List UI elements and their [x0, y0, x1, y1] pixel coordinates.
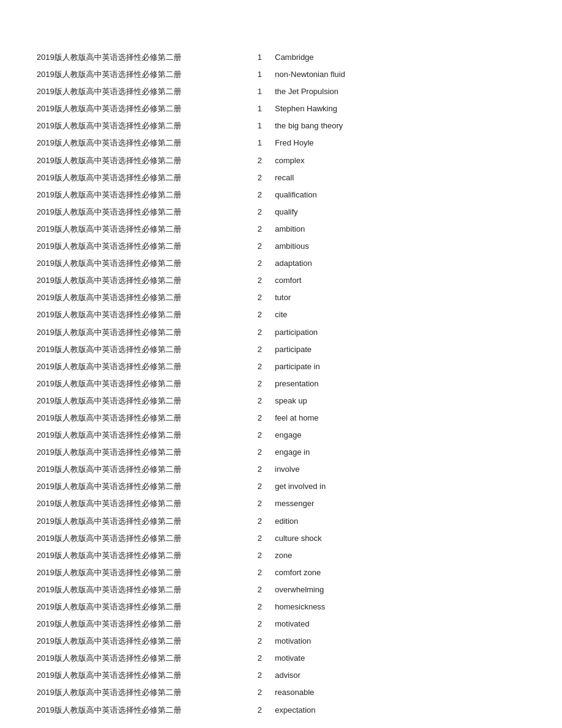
unit-cell: 2 [244, 669, 275, 682]
table-row: 2019版人教版高中英语选择性必修第二册2edition [37, 513, 525, 530]
unit-cell: 2 [244, 222, 275, 236]
table-row: 2019版人教版高中英语选择性必修第二册2cite [37, 306, 525, 323]
table-row: 2019版人教版高中英语选择性必修第二册2comfort zone [37, 564, 525, 581]
term-cell: Stephen Hawking [275, 102, 525, 116]
table-row: 2019版人教版高中英语选择性必修第二册2motivation [37, 633, 525, 650]
term-cell: expectation [275, 704, 525, 717]
term-cell: qualification [275, 188, 525, 202]
table-row: 2019版人教版高中英语选择性必修第二册2messenger [37, 495, 525, 512]
source-cell: 2019版人教版高中英语选择性必修第二册 [37, 394, 244, 408]
unit-cell: 2 [244, 515, 275, 528]
unit-cell: 2 [244, 566, 275, 579]
term-cell: complex [275, 154, 525, 167]
source-cell: 2019版人教版高中英语选择性必修第二册 [37, 428, 244, 442]
source-cell: 2019版人教版高中英语选择性必修第二册 [37, 119, 244, 133]
term-cell: ambitious [275, 240, 525, 253]
unit-cell: 2 [244, 154, 275, 167]
source-cell: 2019版人教版高中英语选择性必修第二册 [37, 240, 244, 253]
unit-cell: 2 [244, 171, 275, 185]
source-cell: 2019版人教版高中英语选择性必修第二册 [37, 600, 244, 614]
table-row: 2019版人教版高中英语选择性必修第二册2involve [37, 461, 525, 478]
term-cell: overwhelming [275, 583, 525, 597]
table-row: 2019版人教版高中英语选择性必修第二册2motivated [37, 616, 525, 633]
source-cell: 2019版人教版高中英语选择性必修第二册 [37, 171, 244, 185]
unit-cell: 2 [244, 463, 275, 476]
table-row: 2019版人教版高中英语选择性必修第二册2engage in [37, 444, 525, 461]
term-cell: advisor [275, 669, 525, 682]
table-row: 2019版人教版高中英语选择性必修第二册2participate in [37, 358, 525, 375]
table-row: 2019版人教版高中英语选择性必修第二册2ambitious [37, 238, 525, 255]
table-row: 2019版人教版高中英语选择性必修第二册2ambition [37, 221, 525, 238]
term-cell: participation [275, 326, 525, 339]
source-cell: 2019版人教版高中英语选择性必修第二册 [37, 257, 244, 270]
unit-cell: 2 [244, 308, 275, 322]
term-cell: engage in [275, 446, 525, 459]
term-cell: Cambridge [275, 51, 525, 64]
term-cell: motivation [275, 634, 525, 648]
term-cell: non-Newtonian fluid [275, 68, 525, 81]
source-cell: 2019版人教版高中英语选择性必修第二册 [37, 154, 244, 167]
table-row: 2019版人教版高中英语选择性必修第二册2speak up [37, 392, 525, 410]
term-cell: recall [275, 171, 525, 185]
unit-cell: 2 [244, 652, 275, 665]
table-row: 2019版人教版高中英语选择性必修第二册2recall [37, 169, 525, 186]
source-cell: 2019版人教版高中英语选择性必修第二册 [37, 669, 244, 682]
source-cell: 2019版人教版高中英语选择性必修第二册 [37, 704, 244, 717]
unit-cell: 2 [244, 274, 275, 287]
term-cell: ambition [275, 222, 525, 236]
source-cell: 2019版人教版高中英语选择性必修第二册 [37, 51, 244, 64]
unit-cell: 2 [244, 188, 275, 202]
source-cell: 2019版人教版高中英语选择性必修第二册 [37, 463, 244, 476]
term-cell: engage [275, 428, 525, 442]
source-cell: 2019版人教版高中英语选择性必修第二册 [37, 549, 244, 562]
table-row: 2019版人教版高中英语选择性必修第二册2overwhelming [37, 581, 525, 598]
unit-cell: 2 [244, 377, 275, 391]
source-cell: 2019版人教版高中英语选择性必修第二册 [37, 222, 244, 236]
table-row: 2019版人教版高中英语选择性必修第二册2complex [37, 152, 525, 169]
source-cell: 2019版人教版高中英语选择性必修第二册 [37, 343, 244, 356]
term-cell: messenger [275, 497, 525, 510]
table-row: 2019版人教版高中英语选择性必修第二册1Stephen Hawking [37, 100, 525, 117]
vocabulary-table: 2019版人教版高中英语选择性必修第二册1Cambridge2019版人教版高中… [37, 49, 525, 719]
term-cell: the big bang theory [275, 119, 525, 133]
source-cell: 2019版人教版高中英语选择性必修第二册 [37, 532, 244, 545]
source-cell: 2019版人教版高中英语选择性必修第二册 [37, 480, 244, 493]
term-cell: get involved in [275, 480, 525, 493]
table-row: 2019版人教版高中英语选择性必修第二册1the Jet Propulsion [37, 83, 525, 100]
source-cell: 2019版人教版高中英语选择性必修第二册 [37, 497, 244, 510]
source-cell: 2019版人教版高中英语选择性必修第二册 [37, 308, 244, 322]
table-row: 2019版人教版高中英语选择性必修第二册1Cambridge [37, 49, 525, 66]
unit-cell: 2 [244, 326, 275, 339]
table-row: 2019版人教版高中英语选择性必修第二册2zone [37, 547, 525, 564]
source-cell: 2019版人教版高中英语选择性必修第二册 [37, 205, 244, 219]
source-cell: 2019版人教版高中英语选择性必修第二册 [37, 566, 244, 579]
source-cell: 2019版人教版高中英语选择性必修第二册 [37, 291, 244, 304]
source-cell: 2019版人教版高中英语选择性必修第二册 [37, 188, 244, 202]
term-cell: qualify [275, 205, 525, 219]
unit-cell: 2 [244, 497, 275, 510]
unit-cell: 1 [244, 68, 275, 81]
unit-cell: 2 [244, 583, 275, 597]
unit-cell: 1 [244, 136, 275, 150]
source-cell: 2019版人教版高中英语选择性必修第二册 [37, 377, 244, 391]
unit-cell: 2 [244, 704, 275, 717]
unit-cell: 2 [244, 428, 275, 442]
table-row: 2019版人教版高中英语选择性必修第二册2engage [37, 427, 525, 444]
source-cell: 2019版人教版高中英语选择性必修第二册 [37, 411, 244, 425]
table-row: 2019版人教版高中英语选择性必修第二册2participate [37, 341, 525, 358]
term-cell: reasonable [275, 686, 525, 699]
source-cell: 2019版人教版高中英语选择性必修第二册 [37, 515, 244, 528]
unit-cell: 2 [244, 205, 275, 219]
source-cell: 2019版人教版高中英语选择性必修第二册 [37, 583, 244, 597]
table-row: 2019版人教版高中英语选择性必修第二册1Fred Hoyle [37, 134, 525, 152]
unit-cell: 2 [244, 360, 275, 373]
table-row: 2019版人教版高中英语选择性必修第二册2motivate [37, 650, 525, 667]
table-row: 2019版人教版高中英语选择性必修第二册2participation [37, 324, 525, 341]
unit-cell: 2 [244, 257, 275, 270]
term-cell: adaptation [275, 257, 525, 270]
source-cell: 2019版人教版高中英语选择性必修第二册 [37, 634, 244, 648]
source-cell: 2019版人教版高中英语选择性必修第二册 [37, 326, 244, 339]
term-cell: speak up [275, 394, 525, 408]
term-cell: tutor [275, 291, 525, 304]
table-row: 2019版人教版高中英语选择性必修第二册2advisor [37, 667, 525, 684]
